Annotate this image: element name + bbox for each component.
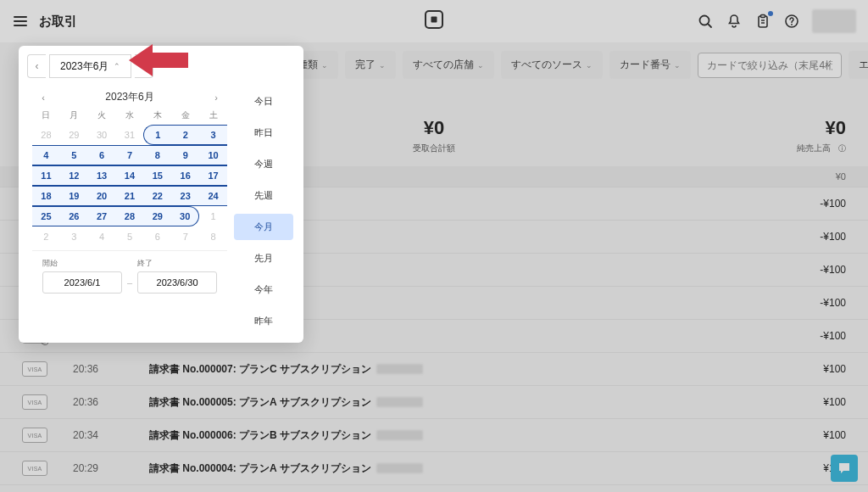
store-filter[interactable]: すべての店舗⌄: [403, 51, 494, 79]
source-filter[interactable]: すべてのソース⌄: [501, 51, 603, 79]
card-icon: VISA: [22, 394, 47, 410]
range-start-input[interactable]: 2023/6/1: [42, 271, 122, 294]
svg-marker-7: [129, 44, 188, 76]
txn-amount: ¥100: [770, 363, 846, 375]
cal-prev-month[interactable]: ‹: [36, 92, 51, 103]
table-row[interactable]: VISA 20:34 請求書 No.000006: プランB サブスクリプション…: [0, 418, 868, 451]
quick-this-year[interactable]: 今年: [234, 277, 293, 303]
menu-icon[interactable]: [12, 13, 29, 30]
calendar-day[interactable]: 15: [143, 165, 171, 186]
calendar-day[interactable]: 18: [32, 186, 60, 206]
bell-icon[interactable]: [726, 13, 743, 30]
calendar-day[interactable]: 16: [171, 165, 199, 186]
account-avatar[interactable]: [812, 9, 856, 33]
calendar-day[interactable]: 28: [32, 125, 60, 145]
table-row[interactable]: VISA 20:36 請求書 No.000007: プランC サブスクリプション…: [0, 352, 868, 385]
help-icon[interactable]: [783, 13, 800, 30]
quick-yesterday[interactable]: 昨日: [234, 120, 293, 146]
calendar-day[interactable]: 8: [199, 226, 227, 247]
calendar-day[interactable]: 6: [88, 145, 116, 165]
date-prev-range[interactable]: ‹: [27, 54, 46, 78]
txn-amount: -¥100: [770, 198, 846, 210]
quick-last-week[interactable]: 先週: [234, 182, 293, 209]
table-row[interactable]: VISA 20:29 請求書 No.000004: プランA サブスクリプション…: [0, 451, 868, 484]
card-filter-input[interactable]: [698, 53, 842, 78]
quick-this-week[interactable]: 今週: [234, 151, 293, 177]
table-row[interactable]: VISA 20:36 請求書 No.000005: プランA サブスクリプション…: [0, 385, 868, 418]
calendar-day[interactable]: 29: [143, 206, 171, 226]
calendar-day[interactable]: 31: [116, 125, 144, 145]
calendar-day[interactable]: 30: [88, 125, 116, 145]
quick-today[interactable]: 今日: [234, 88, 293, 115]
square-logo: [425, 10, 443, 32]
calendar-day[interactable]: 8: [143, 145, 171, 165]
calendar-day[interactable]: 27: [88, 206, 116, 226]
calendar-day[interactable]: 30: [171, 206, 199, 226]
calendar-day[interactable]: 9: [171, 145, 199, 165]
app-header: お取引: [0, 0, 868, 42]
txn-time: 20:36: [73, 363, 149, 375]
calendar-day[interactable]: 3: [60, 226, 88, 247]
calendar-day[interactable]: 29: [60, 125, 88, 145]
callout-arrow: [129, 39, 188, 81]
svg-point-6: [791, 24, 793, 25]
cal-month-label: 2023年6月: [105, 90, 153, 104]
export-button[interactable]: エクスポート⌄: [849, 51, 868, 79]
calendar-day[interactable]: 23: [171, 186, 199, 206]
txn-amount: -¥100: [770, 330, 846, 342]
calendar-day[interactable]: 5: [60, 145, 88, 165]
card-icon: VISA: [22, 461, 47, 476]
info-icon[interactable]: ⓘ: [838, 143, 846, 154]
summary-net: ¥0: [571, 117, 846, 139]
calendar-day[interactable]: 1: [199, 206, 227, 226]
svg-rect-1: [431, 17, 437, 23]
calendar-day[interactable]: 24: [199, 186, 227, 206]
card-icon: VISA: [22, 428, 47, 443]
calendar-day[interactable]: 20: [88, 186, 116, 206]
col-amount: ¥0: [770, 171, 846, 182]
calendar-day[interactable]: 2: [32, 226, 60, 247]
calendar-day[interactable]: 17: [199, 165, 227, 186]
calendar-day[interactable]: 19: [60, 186, 88, 206]
txn-time: 20:29: [73, 462, 149, 474]
txn-desc: 請求書 No.000007: プランC サブスクリプション: [149, 362, 770, 377]
calendar-day[interactable]: 1: [143, 125, 171, 145]
date-current-range[interactable]: 2023年6月⌃: [49, 54, 131, 78]
calendar-day[interactable]: 4: [32, 145, 60, 165]
status-filter[interactable]: 完了⌄: [345, 51, 396, 79]
calendar-day[interactable]: 21: [116, 186, 144, 206]
txn-amount: -¥100: [770, 231, 846, 243]
txn-time: 20:36: [73, 396, 149, 408]
range-start-label: 開始: [42, 258, 122, 269]
txn-amount: -¥100: [770, 264, 846, 276]
quick-this-month[interactable]: 今月: [234, 214, 293, 240]
calendar-day[interactable]: 28: [116, 206, 144, 226]
range-end-input[interactable]: 2023/6/30: [137, 271, 217, 294]
calendar-day[interactable]: 7: [171, 226, 199, 247]
date-picker-panel: ‹ 2023年6月⌃ › ‹ 2023年6月 › 日月火水木金土 2829303…: [19, 46, 303, 343]
calendar-day[interactable]: 6: [143, 226, 171, 247]
range-end-label: 終了: [137, 258, 217, 269]
calendar-day[interactable]: 22: [143, 186, 171, 206]
table-row[interactable]: VISA 20:22 請求書 No.000003-R-0001: テスト ¥10…: [0, 484, 868, 492]
calendar-day[interactable]: 12: [60, 165, 88, 186]
calendar-day[interactable]: 7: [116, 145, 144, 165]
card-icon: VISA: [22, 361, 47, 377]
quick-last-year[interactable]: 昨年: [234, 308, 293, 334]
cardnum-label[interactable]: カード番号⌄: [609, 51, 691, 79]
calendar-day[interactable]: 26: [60, 206, 88, 226]
calendar-day[interactable]: 13: [88, 165, 116, 186]
calendar-day[interactable]: 5: [116, 226, 144, 247]
calendar-day[interactable]: 11: [32, 165, 60, 186]
calendar-day[interactable]: 25: [32, 206, 60, 226]
calendar-day[interactable]: 2: [171, 125, 199, 145]
calendar-day[interactable]: 3: [199, 125, 227, 145]
search-icon[interactable]: [697, 13, 714, 30]
calendar-day[interactable]: 10: [199, 145, 227, 165]
calendar-day[interactable]: 4: [88, 226, 116, 247]
clipboard-icon[interactable]: [754, 13, 771, 30]
chat-widget[interactable]: [831, 455, 858, 482]
cal-next-month[interactable]: ›: [209, 92, 224, 103]
quick-last-month[interactable]: 先月: [234, 245, 293, 271]
calendar-day[interactable]: 14: [116, 165, 144, 186]
